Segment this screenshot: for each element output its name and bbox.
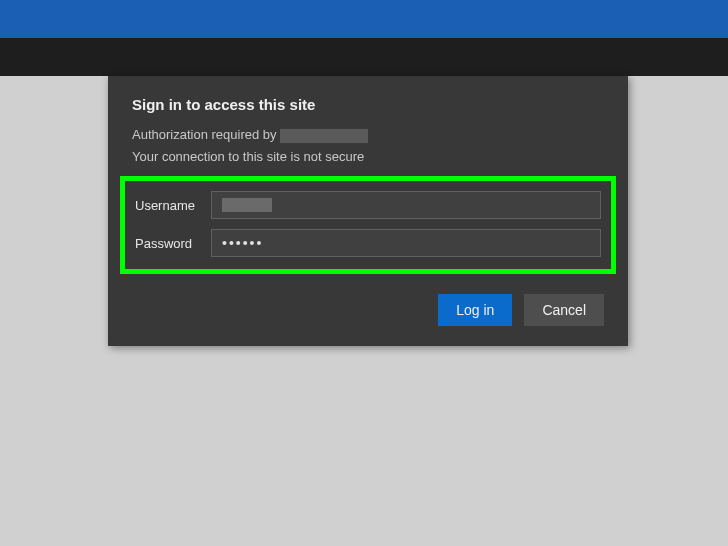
username-value-redacted: [222, 198, 272, 212]
auth-prefix: Authorization required by: [132, 127, 277, 142]
dialog-title: Sign in to access this site: [132, 96, 604, 113]
password-label: Password: [135, 236, 211, 251]
credentials-highlight-box: Username Password: [120, 176, 616, 274]
toolbar-dark: [0, 38, 728, 76]
username-label: Username: [135, 198, 211, 213]
connection-warning: Your connection to this site is not secu…: [132, 147, 604, 167]
login-button[interactable]: Log in: [438, 294, 512, 326]
auth-required-text: Authorization required by: [132, 125, 604, 145]
titlebar-blue: [0, 0, 728, 38]
button-row: Log in Cancel: [132, 294, 604, 326]
cancel-button[interactable]: Cancel: [524, 294, 604, 326]
password-input[interactable]: [211, 229, 601, 257]
password-row: Password: [135, 229, 601, 257]
auth-dialog: Sign in to access this site Authorizatio…: [108, 76, 628, 346]
username-row: Username: [135, 191, 601, 219]
server-name-redacted: [280, 129, 368, 143]
username-input[interactable]: [211, 191, 601, 219]
